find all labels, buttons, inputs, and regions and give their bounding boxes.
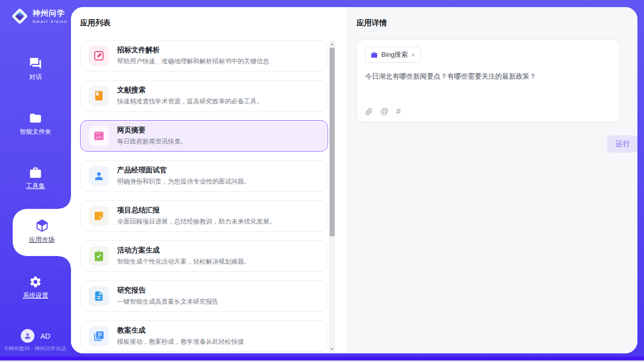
sidebar-item-app-market[interactable]: 应用市场 (13, 209, 71, 256)
app-card-title: 教案生成 (117, 326, 244, 335)
app-background: 神州问学 Smart Vision 对话 智能文件夹 (0, 0, 644, 356)
sidebar-item-label: 工具集 (0, 182, 71, 191)
app-card-title: 研究报告 (117, 286, 219, 295)
app-card-desc: 快速精准查找学术资源，提高研究效率的必备工具。 (117, 97, 263, 106)
run-button[interactable]: 运行 (607, 135, 637, 153)
app-detail-title: 应用详情 (356, 17, 637, 28)
sidebar-item-label: 对话 (0, 73, 71, 82)
hashtag-icon[interactable]: # (396, 107, 401, 116)
books-icon (93, 331, 104, 342)
cube-icon (35, 219, 49, 233)
window-bottom-strip (0, 356, 644, 360)
book-icon (93, 90, 104, 101)
app-card-desc: 模板驱动，教案秒成，教学准备从此轻松快捷 (117, 338, 244, 346)
avatar (21, 329, 34, 343)
app-card-desc: 智能生成个性化活动方案，轻松解决规划难题。 (117, 258, 251, 266)
user-account[interactable]: AD (0, 329, 71, 343)
app-card-title: 招标文件解析 (117, 46, 269, 55)
app-card-title: 产品经理面试官 (117, 166, 251, 175)
sidebar: 神州问学 Smart Vision 对话 智能文件夹 (0, 0, 71, 356)
app-card-title: 网页摘要 (117, 126, 187, 135)
app-card-title: 文献搜索 (117, 86, 263, 95)
app-card-desc: 帮助用户快速、准确地理解和解析招标书中的关键信息 (117, 57, 269, 66)
app-card-desc: 全面回顾项目进展，总结经验教训，助力未来优化发展。 (117, 218, 276, 226)
chip-label: Bing搜索 (381, 50, 408, 59)
sidebar-item-label: 应用市场 (13, 236, 71, 244)
app-card-lesson-plan[interactable]: 教案生成 模板驱动，教案秒成，教学准备从此轻松快捷 (80, 320, 328, 352)
prompt-input-card[interactable]: Bing搜索 × 今日湖北有哪些新闻要点？有哪些需要关注的最新政策？ @ # (356, 39, 620, 122)
question-text[interactable]: 今日湖北有哪些新闻要点？有哪些需要关注的最新政策？ (365, 72, 612, 81)
sidebar-item-label: 智能文件夹 (0, 128, 71, 136)
tool-chip-bing-search[interactable]: Bing搜索 × (365, 47, 421, 63)
mention-icon[interactable]: @ (380, 107, 388, 116)
scrollbar-thumb[interactable] (330, 48, 335, 236)
sidebar-item-smart-folder[interactable]: 智能文件夹 (0, 112, 71, 136)
sidebar-item-settings[interactable]: 系统设置 (0, 275, 71, 300)
list-scrollbar[interactable]: ▲ ▼ (329, 41, 335, 352)
main-content-card: 应用列表 招标文件解析 帮助用户快速、准确地理解和解析招标书中的关键信息 (71, 7, 637, 353)
svg-text:</>: </> (96, 135, 102, 139)
app-card-project-summary[interactable]: 项目总结汇报 全面回顾项目进展，总结经验教训，助力未来优化发展。 (80, 200, 328, 232)
briefcase-icon (29, 166, 42, 179)
brand-subtitle: Smart Vision (32, 19, 67, 24)
app-card-research-report[interactable]: 研究报告 一键智能生成高质量长文本研究报告 (80, 280, 328, 312)
close-icon[interactable]: × (411, 52, 415, 58)
attachment-icon[interactable] (365, 108, 373, 116)
composer-toolbar: @ # (365, 107, 401, 116)
app-card-event-plan[interactable]: 活动方案生成 智能生成个性化活动方案，轻松解决规划难题。 (80, 240, 328, 272)
app-list-title: 应用列表 (80, 17, 347, 28)
app-card-desc: 一键智能生成高质量长文本研究报告 (117, 298, 219, 306)
document-edit-icon (93, 50, 104, 61)
app-card-title: 项目总结汇报 (117, 206, 276, 215)
run-row: 运行 (356, 135, 637, 153)
chat-icon (29, 57, 42, 70)
sidebar-item-label: 系统设置 (0, 292, 71, 300)
research-doc-icon (93, 291, 104, 302)
webpage-code-icon: </> (93, 130, 104, 141)
app-card-desc: 明确身份和职责，为您提供专业性的面试问题。 (117, 177, 251, 186)
brand-name: 神州问学 (32, 9, 67, 18)
app-list: 招标文件解析 帮助用户快速、准确地理解和解析招标书中的关键信息 文献搜索 (80, 40, 328, 352)
app-card-title: 活动方案生成 (117, 246, 251, 255)
briefcase-icon (371, 51, 378, 58)
app-card-desc: 每日政府新闻资讯快查。 (117, 137, 187, 146)
gear-icon (29, 275, 42, 288)
app-card-webpage-summary[interactable]: </> 网页摘要 每日政府新闻资讯快查。 (80, 120, 328, 152)
summary-note-icon (93, 210, 104, 222)
folder-icon (29, 112, 42, 125)
sidebar-item-chat[interactable]: 对话 (0, 57, 71, 82)
interviewer-icon (93, 170, 104, 182)
app-card-literature-search[interactable]: 文献搜索 快速精准查找学术资源，提高研究效率的必备工具。 (80, 80, 328, 112)
app-card-bid-document-analysis[interactable]: 招标文件解析 帮助用户快速、准确地理解和解析招标书中的关键信息 (80, 40, 328, 71)
person-icon (24, 332, 31, 340)
scroll-up-icon[interactable]: ▲ (329, 41, 335, 47)
app-window: 神州问学 Smart Vision 对话 智能文件夹 (0, 0, 644, 362)
app-list-panel: 应用列表 招标文件解析 帮助用户快速、准确地理解和解析招标书中的关键信息 (71, 7, 347, 353)
sidebar-item-toolset[interactable]: 工具集 (0, 166, 71, 191)
brand: 神州问学 Smart Vision (10, 7, 67, 26)
brand-logo-icon (10, 7, 29, 26)
user-name: AD (41, 332, 50, 340)
app-card-pm-interviewer[interactable]: 产品经理面试官 明确身份和职责，为您提供专业性的面试问题。 (80, 160, 328, 192)
scroll-down-icon[interactable]: ▼ (329, 346, 335, 352)
app-detail-panel: 应用详情 Bing搜索 × 今日湖北有哪些新闻要点？有哪些需要关注的最新政策？ (347, 7, 637, 353)
copyright-footer: ©神州数码 · 神州问学出品 (0, 345, 71, 352)
clipboard-check-icon (93, 250, 104, 262)
